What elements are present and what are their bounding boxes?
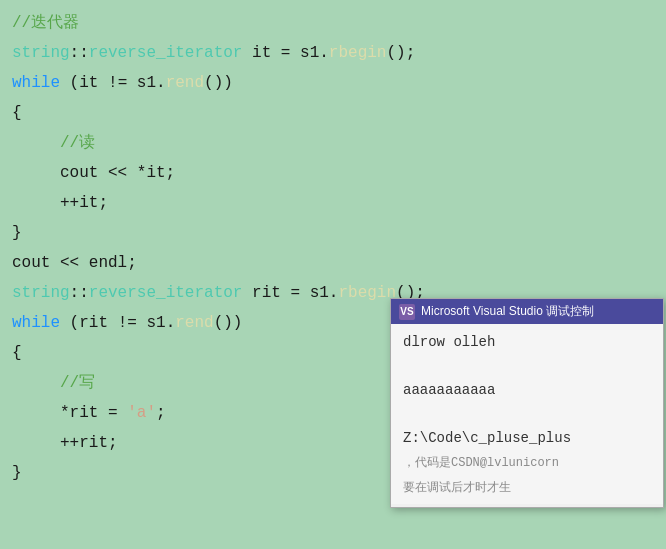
vs-icon: VS — [399, 304, 415, 320]
normal-10b: rit = s1. — [242, 279, 338, 307]
debug-line-5: Z:\Code\c_pluse_plus — [403, 430, 651, 446]
normal-2a: :: — [70, 39, 89, 67]
debug-titlebar: VS Microsoft Visual Studio 调试控制 — [391, 299, 663, 324]
code-line-2: string::reverse_iterator it = s1.rbegin(… — [0, 38, 666, 68]
code-line-7: ++it; — [0, 188, 666, 218]
type-keyword-10a: string — [12, 279, 70, 307]
debug-line-4 — [403, 406, 651, 422]
type-keyword-2: string — [12, 39, 70, 67]
debug-line-2 — [403, 358, 651, 374]
func-10: rbegin — [338, 279, 396, 307]
normal-6: cout << *it; — [60, 159, 175, 187]
code-line-1: //迭代器 — [0, 8, 666, 38]
func-11: rend — [175, 309, 213, 337]
keyword-while-3: while — [12, 69, 60, 97]
type-keyword-2b: reverse_iterator — [89, 39, 243, 67]
debug-popup[interactable]: VS Microsoft Visual Studio 调试控制 dlrow ol… — [390, 298, 664, 508]
code-line-3: while (it != s1.rend()) — [0, 68, 666, 98]
debug-title: Microsoft Visual Studio 调试控制 — [421, 303, 594, 320]
string-val-14: 'a' — [127, 399, 156, 427]
normal-14b: ; — [156, 399, 166, 427]
brace-close-16: } — [12, 459, 22, 487]
func-3: rend — [166, 69, 204, 97]
debug-line-7: 要在调试后才时才生 — [403, 479, 651, 496]
normal-2c: (); — [386, 39, 415, 67]
debug-line-6: ，代码是CSDN@lvlunicorn — [403, 454, 651, 471]
brace-open-4: { — [12, 99, 22, 127]
type-keyword-10b: reverse_iterator — [89, 279, 243, 307]
normal-11b: ()) — [214, 309, 243, 337]
normal-11a: (rit != s1. — [60, 309, 175, 337]
comment-text-5: //读 — [60, 129, 95, 157]
brace-close-8: } — [12, 219, 22, 247]
normal-15: ++rit; — [60, 429, 118, 457]
debug-line-3: aaaaaaaaaaa — [403, 382, 651, 398]
normal-14a: *rit = — [60, 399, 127, 427]
brace-open-12: { — [12, 339, 22, 367]
code-line-6: cout << *it; — [0, 158, 666, 188]
comment-text-13: //写 — [60, 369, 95, 397]
debug-body: dlrow olleh aaaaaaaaaaa Z:\Code\c_pluse_… — [391, 324, 663, 504]
normal-9: cout << endl; — [12, 249, 137, 277]
code-line-5: //读 — [0, 128, 666, 158]
debug-line-1: dlrow olleh — [403, 334, 651, 350]
normal-3b: ()) — [204, 69, 233, 97]
code-line-4: { — [0, 98, 666, 128]
normal-10a: :: — [70, 279, 89, 307]
code-line-9: cout << endl; — [0, 248, 666, 278]
code-editor: //迭代器 string::reverse_iterator it = s1.r… — [0, 0, 666, 549]
code-line-8: } — [0, 218, 666, 248]
keyword-while-11: while — [12, 309, 60, 337]
func-2: rbegin — [329, 39, 387, 67]
comment-text-1: //迭代器 — [12, 9, 79, 37]
normal-2b: it = s1. — [242, 39, 328, 67]
normal-3a: (it != s1. — [60, 69, 166, 97]
normal-7: ++it; — [60, 189, 108, 217]
